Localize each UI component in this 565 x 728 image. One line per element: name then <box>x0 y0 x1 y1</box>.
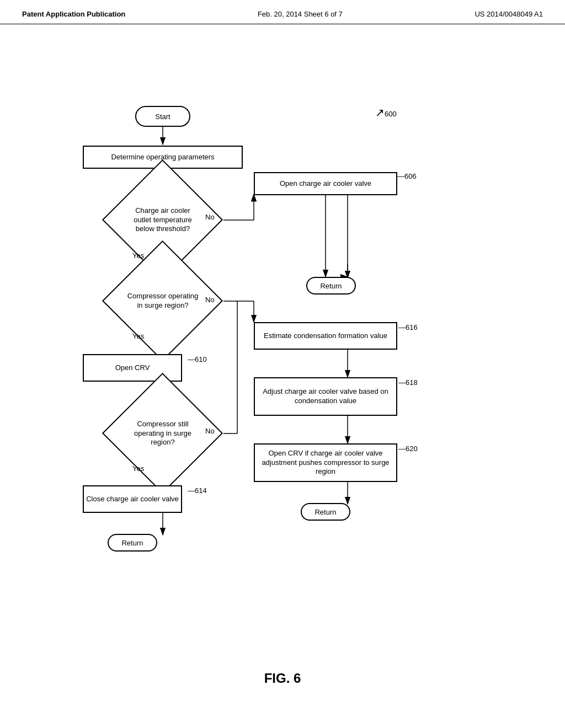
node-618: Adjust charge air cooler valve based on … <box>254 377 397 416</box>
return-node-1: Return <box>306 277 356 295</box>
figure-label: FIG. 6 <box>264 671 301 686</box>
return-node-2: Return <box>301 503 350 521</box>
start-node: Start <box>135 106 190 127</box>
header-left: Patent Application Publication <box>22 10 125 18</box>
node-620: Open CRV if charge air cooler valve adju… <box>254 443 397 482</box>
node-616: Estimate condensation formation value <box>254 322 397 350</box>
node-614: Close charge air cooler valve <box>83 485 182 513</box>
ref-606: —606 <box>397 172 417 180</box>
label-608-no: No <box>205 296 215 304</box>
ref-616: —616 <box>398 323 418 331</box>
ref-614: —614 <box>188 486 207 495</box>
label-612-yes: Yes <box>132 464 144 473</box>
label-612-no: No <box>205 427 215 435</box>
page-header: Patent Application Publication Feb. 20, … <box>0 0 565 24</box>
node-606: Open charge air cooler valve <box>254 172 397 195</box>
ref-620: —620 <box>398 445 418 453</box>
header-center: Feb. 20, 2014 Sheet 6 of 7 <box>258 10 343 18</box>
label-604-yes: Yes <box>132 251 144 260</box>
ref-610: —610 <box>188 355 207 363</box>
ref-618: —618 <box>398 378 418 387</box>
header-right: US 2014/0048049 A1 <box>475 10 543 18</box>
return-node-3: Return <box>108 534 157 552</box>
label-608-yes: Yes <box>132 332 144 340</box>
ref-600: ↗600 <box>375 106 397 119</box>
diagram-area: Start ↗600 —602 Determine operating para… <box>0 24 565 697</box>
label-604-no: No <box>205 213 215 221</box>
